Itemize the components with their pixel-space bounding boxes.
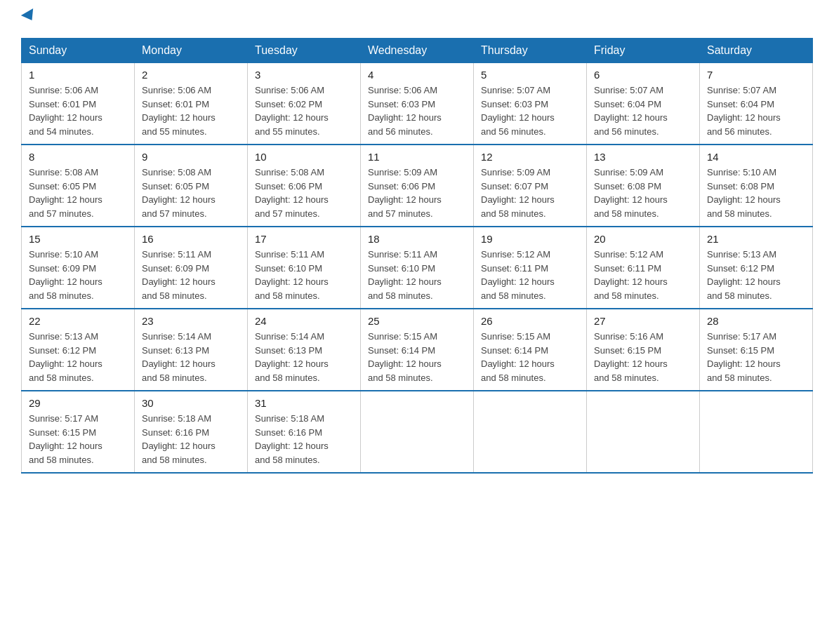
day-info: Sunrise: 5:18 AM Sunset: 6:16 PM Dayligh… xyxy=(142,412,240,467)
calendar-cell: 1 Sunrise: 5:06 AM Sunset: 6:01 PM Dayli… xyxy=(22,63,135,145)
day-number: 14 xyxy=(707,151,805,163)
day-info: Sunrise: 5:11 AM Sunset: 6:10 PM Dayligh… xyxy=(255,248,353,302)
calendar-cell: 28 Sunrise: 5:17 AM Sunset: 6:15 PM Dayl… xyxy=(700,309,813,391)
day-number: 17 xyxy=(255,233,353,245)
day-info: Sunrise: 5:15 AM Sunset: 6:14 PM Dayligh… xyxy=(481,330,579,384)
day-number: 20 xyxy=(594,233,692,245)
day-info: Sunrise: 5:06 AM Sunset: 6:01 PM Dayligh… xyxy=(29,83,127,138)
day-info: Sunrise: 5:07 AM Sunset: 6:03 PM Dayligh… xyxy=(481,83,579,138)
calendar-cell xyxy=(474,391,587,473)
calendar-cell: 17 Sunrise: 5:11 AM Sunset: 6:10 PM Dayl… xyxy=(248,227,361,309)
calendar-cell: 13 Sunrise: 5:09 AM Sunset: 6:08 PM Dayl… xyxy=(587,145,700,227)
day-info: Sunrise: 5:14 AM Sunset: 6:13 PM Dayligh… xyxy=(255,330,353,384)
day-number: 9 xyxy=(142,151,240,163)
calendar-cell: 27 Sunrise: 5:16 AM Sunset: 6:15 PM Dayl… xyxy=(587,309,700,391)
calendar-cell: 16 Sunrise: 5:11 AM Sunset: 6:09 PM Dayl… xyxy=(135,227,248,309)
col-header-thursday: Thursday xyxy=(474,39,587,63)
calendar-cell: 4 Sunrise: 5:06 AM Sunset: 6:03 PM Dayli… xyxy=(361,63,474,145)
day-info: Sunrise: 5:12 AM Sunset: 6:11 PM Dayligh… xyxy=(594,248,692,302)
day-info: Sunrise: 5:06 AM Sunset: 6:02 PM Dayligh… xyxy=(255,83,353,138)
day-number: 31 xyxy=(255,397,353,409)
day-info: Sunrise: 5:12 AM Sunset: 6:11 PM Dayligh… xyxy=(481,248,579,302)
calendar-week-row: 15 Sunrise: 5:10 AM Sunset: 6:09 PM Dayl… xyxy=(22,227,813,309)
day-number: 11 xyxy=(368,151,466,163)
day-number: 25 xyxy=(368,315,466,327)
day-number: 24 xyxy=(255,315,353,327)
calendar-week-row: 29 Sunrise: 5:17 AM Sunset: 6:15 PM Dayl… xyxy=(22,391,813,473)
calendar-cell: 30 Sunrise: 5:18 AM Sunset: 6:16 PM Dayl… xyxy=(135,391,248,473)
day-info: Sunrise: 5:11 AM Sunset: 6:09 PM Dayligh… xyxy=(142,248,240,302)
day-info: Sunrise: 5:08 AM Sunset: 6:05 PM Dayligh… xyxy=(29,166,127,220)
page-header xyxy=(21,14,813,24)
day-info: Sunrise: 5:11 AM Sunset: 6:10 PM Dayligh… xyxy=(368,248,466,302)
calendar-cell: 21 Sunrise: 5:13 AM Sunset: 6:12 PM Dayl… xyxy=(700,227,813,309)
calendar-cell: 11 Sunrise: 5:09 AM Sunset: 6:06 PM Dayl… xyxy=(361,145,474,227)
col-header-friday: Friday xyxy=(587,39,700,63)
day-number: 23 xyxy=(142,315,240,327)
calendar-cell: 26 Sunrise: 5:15 AM Sunset: 6:14 PM Dayl… xyxy=(474,309,587,391)
day-number: 4 xyxy=(368,69,466,81)
calendar-cell: 14 Sunrise: 5:10 AM Sunset: 6:08 PM Dayl… xyxy=(700,145,813,227)
calendar-cell: 23 Sunrise: 5:14 AM Sunset: 6:13 PM Dayl… xyxy=(135,309,248,391)
day-info: Sunrise: 5:17 AM Sunset: 6:15 PM Dayligh… xyxy=(707,330,805,384)
day-number: 19 xyxy=(481,233,579,245)
day-number: 30 xyxy=(142,397,240,409)
calendar-cell: 18 Sunrise: 5:11 AM Sunset: 6:10 PM Dayl… xyxy=(361,227,474,309)
calendar-cell: 2 Sunrise: 5:06 AM Sunset: 6:01 PM Dayli… xyxy=(135,63,248,145)
day-info: Sunrise: 5:16 AM Sunset: 6:15 PM Dayligh… xyxy=(594,330,692,384)
calendar-cell xyxy=(361,391,474,473)
day-number: 18 xyxy=(368,233,466,245)
day-info: Sunrise: 5:08 AM Sunset: 6:06 PM Dayligh… xyxy=(255,166,353,220)
calendar-cell: 10 Sunrise: 5:08 AM Sunset: 6:06 PM Dayl… xyxy=(248,145,361,227)
day-number: 7 xyxy=(707,69,805,81)
day-number: 13 xyxy=(594,151,692,163)
day-info: Sunrise: 5:09 AM Sunset: 6:06 PM Dayligh… xyxy=(368,166,466,220)
day-number: 29 xyxy=(29,397,127,409)
day-number: 26 xyxy=(481,315,579,327)
day-info: Sunrise: 5:08 AM Sunset: 6:05 PM Dayligh… xyxy=(142,166,240,220)
col-header-wednesday: Wednesday xyxy=(361,39,474,63)
day-info: Sunrise: 5:06 AM Sunset: 6:01 PM Dayligh… xyxy=(142,83,240,138)
calendar-cell: 7 Sunrise: 5:07 AM Sunset: 6:04 PM Dayli… xyxy=(700,63,813,145)
calendar-cell: 5 Sunrise: 5:07 AM Sunset: 6:03 PM Dayli… xyxy=(474,63,587,145)
calendar-cell xyxy=(700,391,813,473)
day-info: Sunrise: 5:18 AM Sunset: 6:16 PM Dayligh… xyxy=(255,412,353,467)
day-number: 16 xyxy=(142,233,240,245)
day-number: 15 xyxy=(29,233,127,245)
calendar-cell: 15 Sunrise: 5:10 AM Sunset: 6:09 PM Dayl… xyxy=(22,227,135,309)
calendar-cell: 22 Sunrise: 5:13 AM Sunset: 6:12 PM Dayl… xyxy=(22,309,135,391)
day-number: 1 xyxy=(29,69,127,81)
calendar-cell: 20 Sunrise: 5:12 AM Sunset: 6:11 PM Dayl… xyxy=(587,227,700,309)
logo xyxy=(21,14,37,24)
day-info: Sunrise: 5:10 AM Sunset: 6:09 PM Dayligh… xyxy=(29,248,127,302)
day-number: 6 xyxy=(594,69,692,81)
day-number: 28 xyxy=(707,315,805,327)
day-info: Sunrise: 5:10 AM Sunset: 6:08 PM Dayligh… xyxy=(707,166,805,220)
calendar-cell: 29 Sunrise: 5:17 AM Sunset: 6:15 PM Dayl… xyxy=(22,391,135,473)
calendar-cell: 25 Sunrise: 5:15 AM Sunset: 6:14 PM Dayl… xyxy=(361,309,474,391)
calendar-table: SundayMondayTuesdayWednesdayThursdayFrid… xyxy=(21,38,813,474)
day-info: Sunrise: 5:14 AM Sunset: 6:13 PM Dayligh… xyxy=(142,330,240,384)
calendar-cell xyxy=(587,391,700,473)
day-info: Sunrise: 5:06 AM Sunset: 6:03 PM Dayligh… xyxy=(368,83,466,138)
day-number: 21 xyxy=(707,233,805,245)
calendar-week-row: 8 Sunrise: 5:08 AM Sunset: 6:05 PM Dayli… xyxy=(22,145,813,227)
day-number: 10 xyxy=(255,151,353,163)
day-info: Sunrise: 5:13 AM Sunset: 6:12 PM Dayligh… xyxy=(29,330,127,384)
calendar-cell: 24 Sunrise: 5:14 AM Sunset: 6:13 PM Dayl… xyxy=(248,309,361,391)
calendar-cell: 8 Sunrise: 5:08 AM Sunset: 6:05 PM Dayli… xyxy=(22,145,135,227)
calendar-cell: 3 Sunrise: 5:06 AM Sunset: 6:02 PM Dayli… xyxy=(248,63,361,145)
calendar-week-row: 1 Sunrise: 5:06 AM Sunset: 6:01 PM Dayli… xyxy=(22,63,813,145)
calendar-cell: 31 Sunrise: 5:18 AM Sunset: 6:16 PM Dayl… xyxy=(248,391,361,473)
calendar-cell: 12 Sunrise: 5:09 AM Sunset: 6:07 PM Dayl… xyxy=(474,145,587,227)
day-info: Sunrise: 5:15 AM Sunset: 6:14 PM Dayligh… xyxy=(368,330,466,384)
day-number: 5 xyxy=(481,69,579,81)
col-header-tuesday: Tuesday xyxy=(248,39,361,63)
col-header-sunday: Sunday xyxy=(22,39,135,63)
day-number: 12 xyxy=(481,151,579,163)
calendar-cell: 19 Sunrise: 5:12 AM Sunset: 6:11 PM Dayl… xyxy=(474,227,587,309)
day-number: 27 xyxy=(594,315,692,327)
col-header-saturday: Saturday xyxy=(700,39,813,63)
day-info: Sunrise: 5:07 AM Sunset: 6:04 PM Dayligh… xyxy=(594,83,692,138)
col-header-monday: Monday xyxy=(135,39,248,63)
